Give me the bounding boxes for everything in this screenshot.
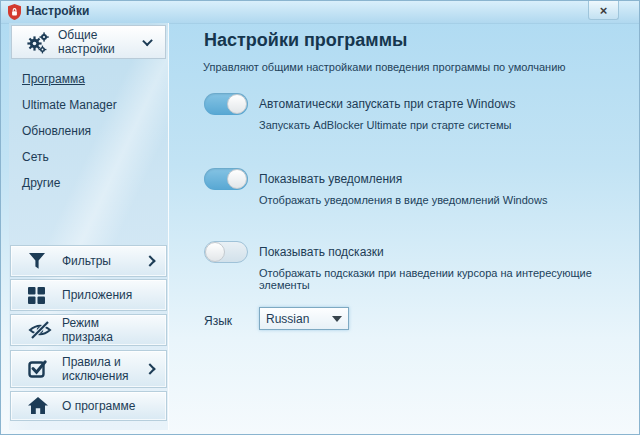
sidebar-item-ultimate-manager[interactable]: Ultimate Manager <box>22 98 117 112</box>
page-subtitle: Управляют общими настройками поведения п… <box>203 61 566 73</box>
sidebar-item-network[interactable]: Сеть <box>22 150 49 164</box>
sidebar-card-filters[interactable]: Фильтры <box>10 245 167 277</box>
setting-desc-tooltips: Отображать подсказки при наведении курсо… <box>259 267 639 291</box>
toggle-knob <box>227 94 247 114</box>
app-shield-icon <box>8 4 21 20</box>
setting-desc-autostart: Запускать AdBlocker Ultimate при старте … <box>259 119 511 131</box>
settings-window: Настройки × <box>0 0 640 435</box>
setting-label-notifications: Показывать уведомления <box>259 172 402 186</box>
toggle-show-notifications[interactable] <box>204 168 248 190</box>
language-selected-value: Russian <box>266 312 309 326</box>
page-title: Настройки программы <box>204 30 407 51</box>
sidebar-card-about[interactable]: О программе <box>10 391 167 421</box>
titlebar: Настройки × <box>1 1 639 24</box>
filter-icon <box>28 252 52 270</box>
dropdown-arrow-icon <box>332 316 342 322</box>
checkbox-check-icon <box>28 359 52 379</box>
sidebar-item-updates[interactable]: Обновления <box>22 124 91 138</box>
sidebar-item-other[interactable]: Другие <box>22 176 60 190</box>
gears-icon <box>26 30 50 54</box>
setting-label-tooltips: Показывать подсказки <box>259 245 384 259</box>
sidebar-group-general-settings[interactable]: Общие настройки <box>11 25 166 59</box>
chevron-right-icon <box>144 255 155 266</box>
sidebar-item-programma[interactable]: Программа <box>22 72 85 86</box>
apps-grid-icon <box>28 287 52 304</box>
window-title: Настройки <box>26 1 89 22</box>
home-icon <box>28 397 52 415</box>
chevron-right-icon <box>144 363 155 374</box>
sidebar-card-rules-exceptions[interactable]: Правила и исключения <box>10 350 167 388</box>
language-label: Язык <box>204 314 232 328</box>
toggle-autostart-windows[interactable] <box>204 93 248 115</box>
toggle-knob <box>205 242 225 262</box>
toggle-knob <box>227 169 247 189</box>
eye-off-icon <box>28 320 52 340</box>
close-button[interactable]: × <box>588 1 619 20</box>
setting-label-autostart: Автоматически запускать при старте Windo… <box>259 97 515 111</box>
sidebar-card-ghost-mode[interactable]: Режим призрака <box>10 314 167 346</box>
toggle-show-tooltips[interactable] <box>204 241 248 263</box>
sidebar-group-label: Общие настройки <box>58 28 144 56</box>
setting-desc-notifications: Отображать уведомления в виде уведомлени… <box>259 194 547 206</box>
sidebar: Общие настройки Программа Ultimate Manag… <box>9 23 169 430</box>
language-select[interactable]: Russian <box>259 307 349 330</box>
sidebar-card-applications[interactable]: Приложения <box>10 279 167 311</box>
close-icon: × <box>600 3 608 18</box>
